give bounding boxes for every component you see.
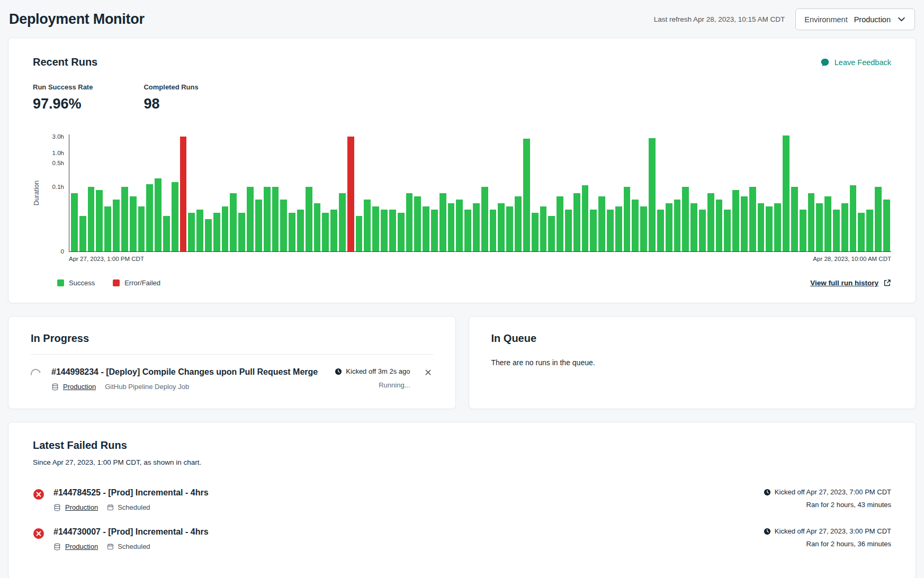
chart-bar[interactable] — [464, 210, 471, 251]
chart-bar[interactable] — [398, 213, 405, 251]
chart-bar[interactable] — [649, 138, 656, 251]
chart-bar[interactable] — [506, 206, 513, 251]
chart-bar[interactable] — [113, 200, 120, 251]
chart-bar[interactable] — [582, 185, 589, 251]
chart-bar[interactable] — [238, 213, 245, 251]
chart-bar[interactable] — [96, 190, 103, 251]
chart-bar[interactable] — [498, 203, 505, 252]
chart-bar[interactable] — [155, 178, 162, 252]
chart-bar[interactable] — [414, 196, 421, 251]
chart-bar[interactable] — [79, 216, 86, 251]
chart-bar[interactable] — [71, 193, 78, 251]
chart-bar[interactable] — [607, 210, 614, 251]
chart-bar[interactable] — [657, 210, 664, 251]
chart-bar[interactable] — [875, 187, 882, 251]
chart-bar[interactable] — [741, 196, 748, 251]
chart-bar[interactable] — [322, 213, 329, 251]
chart-bar[interactable] — [255, 200, 262, 251]
chart-bar[interactable] — [146, 184, 153, 251]
chart-bar[interactable] — [640, 206, 647, 251]
chart-bar[interactable] — [264, 187, 271, 251]
environment-link[interactable]: Production — [65, 503, 98, 511]
chart-bar[interactable] — [841, 203, 848, 252]
chart-bar[interactable] — [883, 200, 890, 251]
chart-bar[interactable] — [196, 210, 203, 251]
chart-bar[interactable] — [515, 196, 522, 251]
chart-bar[interactable] — [548, 216, 555, 251]
environment-link[interactable]: Production — [63, 383, 96, 391]
chart-bar[interactable] — [306, 187, 312, 251]
chart-bar[interactable] — [690, 203, 697, 252]
chart-bar[interactable] — [758, 203, 765, 252]
chart-bar[interactable] — [172, 182, 178, 251]
chart-bar[interactable] — [230, 193, 237, 251]
chart-bar[interactable] — [180, 137, 187, 251]
chart-bar[interactable] — [858, 213, 865, 251]
chart-bar[interactable] — [866, 210, 873, 251]
chart-bar[interactable] — [800, 210, 806, 251]
chart-bar[interactable] — [674, 200, 681, 251]
chart-bar[interactable] — [749, 187, 756, 251]
chart-bar[interactable] — [339, 193, 346, 251]
chart-bar[interactable] — [573, 193, 580, 251]
chart-bar[interactable] — [347, 137, 354, 251]
chart-bar[interactable] — [121, 187, 128, 251]
chart-bar[interactable] — [833, 210, 840, 251]
chart-bar[interactable] — [381, 210, 388, 251]
cancel-run-button[interactable] — [423, 367, 433, 377]
environment-dropdown[interactable]: Environment Production — [795, 8, 915, 30]
chart-bar[interactable] — [205, 219, 212, 251]
chart-bar[interactable] — [473, 203, 480, 252]
chart-bar[interactable] — [364, 200, 371, 251]
chart-bar[interactable] — [272, 187, 279, 251]
chart-bar[interactable] — [423, 206, 429, 251]
chart-bar[interactable] — [213, 213, 220, 251]
chart-bar[interactable] — [130, 196, 137, 251]
chart-bar[interactable] — [431, 210, 438, 251]
view-full-run-history-link[interactable]: View full run history — [810, 279, 891, 287]
leave-feedback-link[interactable]: Leave Feedback — [820, 58, 891, 67]
chart-bar[interactable] — [297, 210, 304, 251]
chart-bar[interactable] — [816, 203, 823, 252]
chart-bar[interactable] — [314, 203, 321, 252]
chart-bar[interactable] — [88, 187, 95, 251]
chart-bar[interactable] — [456, 200, 463, 251]
chart-bar[interactable] — [247, 187, 254, 251]
chart-bar[interactable] — [824, 196, 831, 251]
chart-bar[interactable] — [716, 200, 723, 251]
chart-bar[interactable] — [724, 210, 731, 251]
chart-bar[interactable] — [356, 216, 363, 251]
chart-bar[interactable] — [666, 203, 672, 252]
chart-bar[interactable] — [682, 187, 689, 251]
chart-bar[interactable] — [707, 193, 714, 251]
chart-bar[interactable] — [490, 210, 497, 251]
chart-bar[interactable] — [163, 216, 170, 251]
chart-bar[interactable] — [289, 213, 295, 251]
chart-bar[interactable] — [774, 203, 781, 252]
chart-bar[interactable] — [732, 190, 739, 251]
chart-bar[interactable] — [188, 213, 195, 251]
chart-bar[interactable] — [280, 200, 287, 251]
chart-bar[interactable] — [808, 193, 815, 251]
chart-bar[interactable] — [138, 206, 145, 251]
chart-bar[interactable] — [632, 200, 639, 251]
chart-bar[interactable] — [557, 196, 563, 251]
chart-bar[interactable] — [523, 139, 530, 251]
chart-bar[interactable] — [699, 210, 706, 251]
chart-bar[interactable] — [330, 210, 337, 251]
chart-bar[interactable] — [791, 187, 798, 251]
chart-bar[interactable] — [590, 210, 597, 251]
chart-bar[interactable] — [565, 210, 572, 251]
chart-bar[interactable] — [615, 206, 622, 251]
chart-bar[interactable] — [481, 187, 488, 251]
chart-bar[interactable] — [222, 206, 229, 251]
chart-bar[interactable] — [766, 206, 773, 251]
chart-bar[interactable] — [389, 210, 396, 251]
chart-bar[interactable] — [532, 213, 539, 251]
chart-bar[interactable] — [104, 206, 111, 251]
environment-link[interactable]: Production — [65, 543, 98, 550]
chart-bar[interactable] — [850, 185, 857, 251]
chart-bar[interactable] — [372, 206, 379, 251]
chart-bar[interactable] — [448, 203, 455, 252]
chart-bar[interactable] — [540, 206, 547, 251]
